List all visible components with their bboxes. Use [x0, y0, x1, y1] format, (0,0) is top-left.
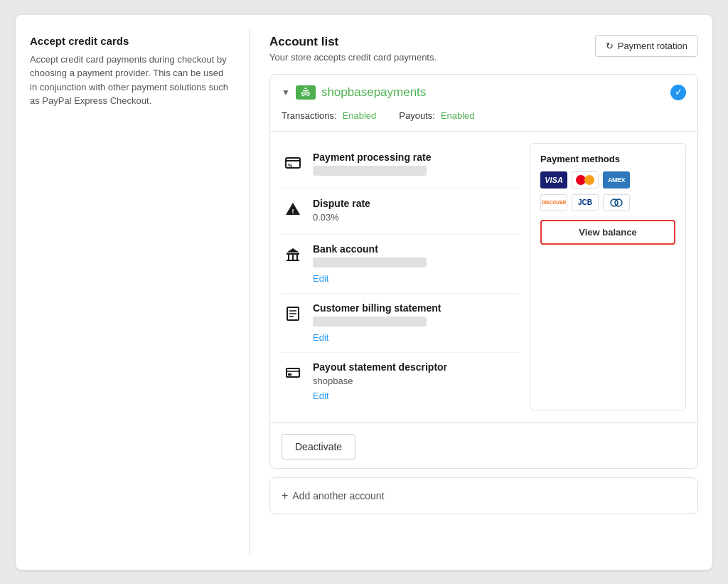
left-panel: Accept credit cards Accept credit card p… [30, 29, 229, 556]
detail-bank-account: Bank account Edit [282, 235, 518, 294]
billing-statement-value-blurred [313, 317, 427, 326]
provider-details: % Payment processing rate [282, 143, 518, 410]
vertical-divider [249, 29, 250, 556]
add-account-label: Add another account [292, 490, 384, 501]
transactions-label: Transactions: [282, 110, 337, 121]
svg-text:!: ! [292, 208, 294, 215]
payment-methods-title: Payment methods [540, 154, 675, 164]
payout-descriptor-title: Payout statement descriptor [313, 361, 518, 373]
deactivate-section: Deactivate [270, 422, 697, 468]
add-account-section: + Add another account [269, 477, 698, 514]
rate-icon: % [282, 152, 304, 174]
discover-card-icon: DISCOVER [540, 194, 567, 211]
svg-rect-9 [292, 255, 294, 260]
svg-text:%: % [288, 163, 293, 168]
detail-processing-rate: % Payment processing rate [282, 143, 518, 189]
add-account-button[interactable]: + Add another account [282, 489, 385, 502]
card-icons-row-1: VISA AMEX [540, 171, 675, 189]
left-panel-description: Accept credit card payments during check… [30, 53, 229, 108]
provider-active-check: ✓ [670, 85, 686, 100]
dispute-rate-value: 0.03% [313, 212, 518, 223]
payouts-label: Payouts: [399, 110, 435, 121]
diners-card-icon [603, 194, 630, 211]
dispute-rate-title: Dispute rate [313, 198, 518, 209]
svg-rect-2 [304, 87, 306, 89]
payout-descriptor-edit-link[interactable]: Edit [313, 391, 328, 401]
billing-statement-title: Customer billing statement [313, 302, 518, 314]
svg-rect-0 [301, 92, 310, 94]
payouts-status: Payouts: Enabled [399, 110, 474, 121]
billing-statement-edit-link[interactable]: Edit [313, 332, 328, 343]
jcb-card-icon: JCB [572, 194, 599, 211]
right-header-left: Account list Your store accepts credit c… [269, 35, 437, 63]
svg-rect-1 [303, 90, 309, 91]
card-icons-row-2: DISCOVER JCB [540, 194, 675, 211]
warning-icon: ! [282, 198, 304, 221]
svg-rect-7 [287, 253, 299, 255]
svg-point-20 [615, 199, 622, 206]
billing-icon [282, 302, 304, 325]
right-header: Account list Your store accepts credit c… [269, 35, 698, 63]
payment-methods-card: Payment methods VISA AMEX [530, 143, 686, 410]
amex-card-icon: AMEX [603, 171, 630, 189]
account-list-title: Account list [269, 35, 437, 49]
provider-header-left: ▼ shopbasepayments [282, 85, 426, 100]
provider-header: ▼ shopbasepayments ✓ [270, 75, 697, 110]
account-list-subtitle: Your store accepts credit card payments. [269, 52, 437, 63]
transactions-status: Transactions: Enabled [282, 110, 376, 121]
detail-dispute-rate: ! Dispute rate 0.03% [282, 189, 518, 235]
provider-section: ▼ shopbasepayments ✓ [269, 74, 698, 469]
detail-billing-statement: Customer billing statement Edit [282, 294, 518, 353]
provider-name: shopbasepayments [321, 85, 426, 100]
svg-rect-11 [287, 260, 299, 261]
payment-rotation-button[interactable]: ↻ Payment rotation [595, 35, 698, 57]
left-panel-title: Accept credit cards [30, 35, 229, 47]
payout-icon [282, 361, 304, 384]
svg-rect-10 [296, 255, 298, 260]
bank-account-value-blurred [313, 258, 427, 267]
provider-status-row: Transactions: Enabled Payouts: Enabled [270, 110, 697, 131]
provider-content: % Payment processing rate [270, 132, 697, 422]
bank-account-edit-link[interactable]: Edit [313, 273, 328, 284]
svg-rect-8 [288, 255, 289, 260]
processing-rate-value-blurred [313, 166, 427, 176]
right-panel: Account list Your store accepts credit c… [269, 29, 698, 556]
bank-account-title: Bank account [313, 243, 518, 255]
svg-rect-18 [288, 373, 291, 376]
transactions-status-value: Enabled [343, 110, 377, 121]
payment-rotation-label: Payment rotation [618, 41, 687, 51]
deactivate-button[interactable]: Deactivate [282, 434, 355, 460]
view-balance-button[interactable]: View balance [540, 220, 675, 245]
main-container: Accept credit cards Accept credit card p… [16, 15, 712, 570]
payouts-status-value: Enabled [441, 110, 475, 121]
visa-card-icon: VISA [540, 171, 567, 189]
payout-descriptor-value: shopbase [313, 376, 518, 386]
bank-icon [282, 243, 304, 266]
rotation-icon: ↻ [606, 41, 614, 51]
detail-payout-descriptor: Payout statement descriptor shopbase Edi… [282, 353, 518, 410]
processing-rate-title: Payment processing rate [313, 152, 518, 163]
provider-logo-icon [296, 85, 316, 100]
mastercard-icon [572, 171, 599, 189]
plus-icon: + [282, 489, 288, 502]
svg-rect-16 [287, 368, 299, 377]
collapse-arrow-icon[interactable]: ▼ [282, 87, 290, 97]
